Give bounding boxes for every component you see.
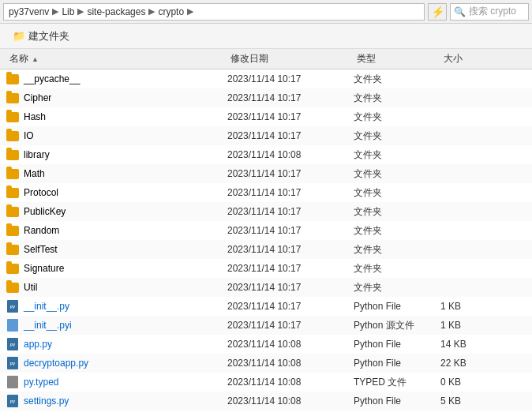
file-name-text: Random <box>24 225 59 236</box>
file-name-text: library <box>24 149 50 160</box>
search-box[interactable]: 🔍 搜索 crypto <box>450 3 529 21</box>
file-type: 文件夹 <box>354 262 440 275</box>
file-name-cell: Hash <box>6 111 227 123</box>
table-row[interactable]: library 2023/11/14 10:08 文件夹 <box>0 145 532 164</box>
file-name-text: __init__.py <box>24 301 69 312</box>
file-name-cell: __pycache__ <box>6 73 227 85</box>
file-type: Python File <box>354 395 440 407</box>
table-row[interactable]: Math 2023/11/14 10:17 文件夹 <box>0 164 532 183</box>
file-date: 2023/11/14 10:17 <box>227 130 354 141</box>
folder-icon <box>6 73 19 85</box>
python-file-icon <box>6 300 19 313</box>
folder-icon <box>6 205 19 218</box>
path-py37venv[interactable]: py37venv <box>9 6 49 17</box>
file-name-cell: Protocol <box>6 186 227 199</box>
file-date: 2023/11/14 10:17 <box>227 282 354 293</box>
path-site-packages[interactable]: site-packages <box>87 6 145 17</box>
file-size: 1 KB <box>440 320 504 331</box>
file-name-cell: Util <box>6 281 227 294</box>
file-date: 2023/11/14 10:17 <box>227 92 354 103</box>
file-date: 2023/11/14 10:17 <box>227 73 354 84</box>
table-row[interactable]: Util 2023/11/14 10:17 文件夹 <box>0 278 532 297</box>
folder-icon <box>6 243 19 256</box>
file-type: 文件夹 <box>354 167 440 181</box>
search-icon: 🔍 <box>454 6 466 17</box>
path-crypto[interactable]: crypto <box>158 6 184 17</box>
python-file-icon <box>6 357 19 369</box>
file-name-cell: Random <box>6 224 227 237</box>
file-name-cell: IO <box>6 129 227 142</box>
python-file-icon <box>6 338 19 350</box>
python-file-icon <box>6 395 19 407</box>
file-date: 2023/11/14 10:08 <box>227 339 354 350</box>
folder-icon <box>6 167 19 180</box>
file-type: Python File <box>354 358 440 369</box>
new-folder-button[interactable]: 📁 建文件夹 <box>6 26 76 47</box>
file-size: 14 KB <box>440 339 504 350</box>
folder-icon <box>6 111 19 123</box>
table-row[interactable]: app.py 2023/11/14 10:08 Python File 14 K… <box>0 335 532 354</box>
separator-2: ▶ <box>77 6 84 17</box>
table-row[interactable]: settings.py 2023/11/14 10:08 Python File… <box>0 392 532 410</box>
separator-4: ▶ <box>187 6 193 17</box>
file-date: 2023/11/14 10:08 <box>227 377 354 388</box>
file-date: 2023/11/14 10:17 <box>227 301 354 312</box>
file-name-text: app.py <box>24 339 52 350</box>
file-date: 2023/11/14 10:17 <box>227 111 354 122</box>
new-folder-label: 建文件夹 <box>28 29 69 43</box>
table-row[interactable]: Cipher 2023/11/14 10:17 文件夹 <box>0 88 532 107</box>
file-name-text: Math <box>24 168 45 179</box>
file-name-cell: __init__.pyi <box>6 319 227 332</box>
separator-3: ▶ <box>148 6 155 17</box>
file-name-cell: library <box>6 148 227 161</box>
file-type: 文件夹 <box>354 186 440 200</box>
file-size: 1 KB <box>440 301 504 312</box>
table-row[interactable]: Hash 2023/11/14 10:17 文件夹 <box>0 107 532 126</box>
file-date: 2023/11/14 10:17 <box>227 187 354 198</box>
file-type: 文件夹 <box>354 224 440 238</box>
table-row[interactable]: IO 2023/11/14 10:17 文件夹 <box>0 126 532 145</box>
table-row[interactable]: PublicKey 2023/11/14 10:17 文件夹 <box>0 202 532 221</box>
file-type: 文件夹 <box>354 148 440 162</box>
table-row[interactable]: __pycache__ 2023/11/14 10:17 文件夹 <box>0 69 532 88</box>
file-name-cell: decryptoapp.py <box>6 357 227 369</box>
table-row[interactable]: Signature 2023/11/14 10:17 文件夹 <box>0 259 532 278</box>
file-name-cell: app.py <box>6 338 227 350</box>
file-name-text: Hash <box>24 111 46 122</box>
folder-icon <box>6 262 19 275</box>
file-type: 文件夹 <box>354 129 440 143</box>
col-size[interactable]: 大小 <box>440 52 504 66</box>
table-row[interactable]: py.typed 2023/11/14 10:08 TYPED 文件 0 KB <box>0 373 532 392</box>
typed-file-icon <box>6 376 19 388</box>
path-lib[interactable]: Lib <box>62 6 74 17</box>
file-name-text: decryptoapp.py <box>24 358 88 369</box>
col-modified[interactable]: 修改日期 <box>227 52 354 66</box>
file-type: 文件夹 <box>354 73 440 86</box>
file-name-cell: SelfTest <box>6 243 227 256</box>
file-name-cell: __init__.py <box>6 300 227 313</box>
folder-icon <box>6 186 19 199</box>
separator-1: ▶ <box>52 6 58 17</box>
table-row[interactable]: __init__.py 2023/11/14 10:17 Python File… <box>0 297 532 316</box>
folder-icon <box>6 92 19 104</box>
refresh-button[interactable]: ⚡ <box>428 3 447 21</box>
file-type: 文件夹 <box>354 111 440 124</box>
table-row[interactable]: SelfTest 2023/11/14 10:17 文件夹 <box>0 240 532 259</box>
file-date: 2023/11/14 10:17 <box>227 263 354 274</box>
file-size: 0 KB <box>440 377 504 388</box>
table-row[interactable]: Protocol 2023/11/14 10:17 文件夹 <box>0 183 532 202</box>
file-name-text: Signature <box>24 263 64 274</box>
file-name-text: Util <box>24 282 37 293</box>
table-row[interactable]: __init__.pyi 2023/11/14 10:17 Python 源文件… <box>0 316 532 335</box>
file-list: __pycache__ 2023/11/14 10:17 文件夹 Cipher … <box>0 69 532 416</box>
table-row[interactable]: decryptoapp.py 2023/11/14 10:08 Python F… <box>0 354 532 373</box>
folder-icon <box>6 129 19 142</box>
search-placeholder: 搜索 crypto <box>469 5 516 18</box>
table-row[interactable]: Random 2023/11/14 10:17 文件夹 <box>0 221 532 240</box>
file-date: 2023/11/14 10:17 <box>227 168 354 179</box>
folder-icon <box>6 281 19 294</box>
col-type[interactable]: 类型 <box>354 52 440 66</box>
address-path[interactable]: py37venv ▶ Lib ▶ site-packages ▶ crypto … <box>3 3 425 21</box>
file-name-cell: Cipher <box>6 92 227 104</box>
col-name[interactable]: 名称 ▲ <box>6 52 227 66</box>
